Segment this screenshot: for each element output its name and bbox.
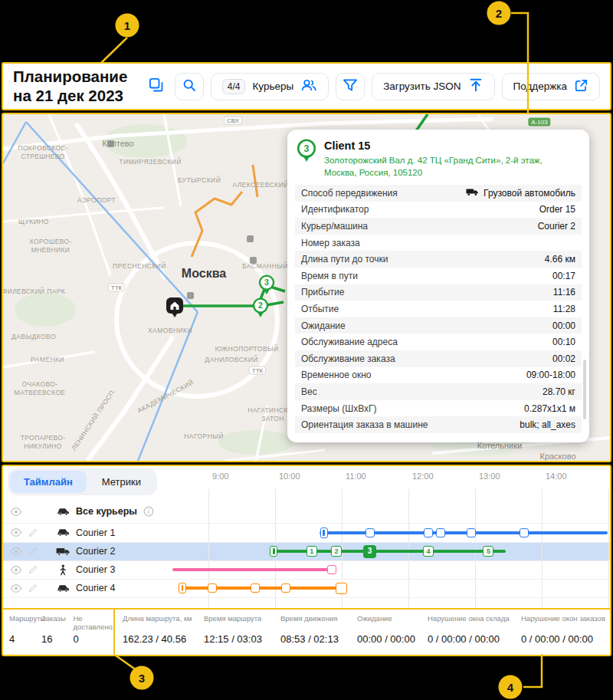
row-separator [3,597,610,598]
popup-row-label: Временное окно [301,370,371,380]
search-button[interactable] [175,73,204,100]
stat-value: 0 / 00:00 / 00:00 [521,633,610,645]
edit-icon[interactable] [28,547,38,556]
stat-value: 00:00 / 00:00 [357,633,428,645]
filter-icon [343,78,358,94]
popup-row-label: Время в пути [301,271,358,281]
stat-9: Нарушение окон заказов0 / 00:00 / 00:00 [521,614,610,655]
stat-label: Время маршрута [204,614,280,632]
visibility-toggle-icon[interactable] [10,584,22,593]
stats-bar: Маршруты4Заказы16Не доставлено0 Длина ма… [3,608,610,655]
edit-icon[interactable] [28,583,38,593]
visibility-toggle-icon[interactable] [10,547,22,556]
visibility-toggle-icon[interactable] [10,566,22,574]
route-stop-2[interactable]: 2 [331,546,342,557]
route-stop-marker[interactable] [327,565,336,574]
couriers-count-badge: 4/4 [222,79,246,94]
popup-row: Обслуживание заказа00:02 [295,350,582,367]
courier-name: Все курьеры [76,506,137,517]
popup-row-value: Courier 2 [538,221,575,232]
support-button[interactable]: Поддержка [502,73,600,100]
timeline-row-courier-3[interactable]: Courier 3 [3,560,195,579]
timeline-panel: ТаймлайнМетрики 9:0010:0011:0012:0013:00… [2,465,611,656]
copy-plan-button[interactable] [145,73,168,100]
popup-scrollbar[interactable] [583,360,586,419]
svg-text:3: 3 [264,278,269,287]
stat-label: Не доставлено [73,614,113,632]
edit-icon[interactable] [28,565,38,574]
popup-row: Номер заказа [295,235,582,251]
popup-row-value: Грузовой автомобиль [466,188,575,199]
couriers-label: Курьеры [252,81,293,92]
tab-timeline[interactable]: Таймлайн [10,471,87,493]
stat-2: Заказы16 [41,614,71,655]
route-stop-marker[interactable] [208,583,217,593]
route-stop-marker[interactable] [520,528,529,537]
users-icon [300,78,317,94]
stat-label: Длина маршрута, км [123,614,204,632]
route-stop-marker[interactable] [251,583,260,593]
route-bar [172,568,328,571]
route-stop-marker[interactable] [467,528,476,537]
route-stop-marker[interactable] [436,528,445,537]
popup-row-label: Обслуживание адреса [301,337,398,347]
route-stop-5[interactable]: 5 [483,546,493,557]
popup-details-table: Способ передвиженияГрузовой автомобильИд… [295,185,582,433]
popup-row-value: 11:16 [553,287,575,297]
route-stop-3-active[interactable]: 3 [363,545,376,558]
stat-8: Нарушение окна склада0 / 00:00 / 00:00 [428,614,521,655]
map-stop-marker-2[interactable]: 2 [252,297,269,321]
popup-row-label: Способ передвижения [301,188,398,199]
couriers-button[interactable]: 4/4 Курьеры [211,73,329,100]
load-json-button[interactable]: Загрузить JSON [372,73,494,100]
popup-row: Размеры (ШхВхГ)0.287х1х1 м [295,400,582,417]
popup-row: Время в пути00:17 [295,268,582,284]
filter-button[interactable] [336,73,365,100]
visibility-toggle-icon[interactable] [10,508,22,516]
route-stop-1[interactable]: 1 [306,546,317,557]
popup-row: Курьер/машинаCourier 2 [295,218,582,235]
timeline-row-courier-2[interactable]: Courier 2 [3,542,195,560]
popup-row-label: Прибытие [301,287,344,297]
route-bar [320,531,608,534]
route-start-marker[interactable] [270,546,277,557]
route-stop-marker[interactable] [366,528,375,537]
map[interactable]: ПОКРОВСКОЕ-СТРЕШНЕВОКоптевоТИМИРЯЗЕВСКИЙ… [2,113,611,462]
straight-route-lines [3,122,198,461]
edit-icon[interactable] [28,528,38,537]
time-label: 11:00 [346,472,366,481]
svg-text:3: 3 [304,143,310,154]
timeline-row-courier-4[interactable]: Courier 4 [3,579,195,597]
route-stop-4[interactable]: 4 [423,546,434,557]
courier-name: Courier 2 [76,546,115,557]
popup-row-label: Длина пути до точки [301,254,388,265]
timeline-row-courier-1[interactable]: Courier 1 [3,523,195,542]
popup-row-label: Размеры (ШхВхГ) [301,403,377,414]
route-stop-marker[interactable] [281,583,290,593]
tab-metrics[interactable]: Метрики [88,471,155,493]
stat-value: 12:15 / 03:03 [204,633,280,645]
route-stop-marker[interactable] [336,583,347,594]
stat-3: Не доставлено0 [73,614,113,655]
visibility-toggle-icon[interactable] [10,528,22,537]
route-stop-marker[interactable] [424,528,433,537]
grid-line [475,489,476,608]
car-icon [55,507,70,517]
stat-label: Ожидание [357,614,428,632]
stat-4: Длина маршрута, км162.23 / 40.56 [123,614,204,655]
route-bar [270,550,506,553]
svg-text:2: 2 [258,301,263,310]
stats-right: Длина маршрута, км162.23 / 40.56Время ма… [115,610,610,655]
info-icon[interactable] [143,506,154,517]
search-icon [182,77,197,95]
popup-row-label: Вес [301,386,317,397]
stat-value: 08:53 / 02:13 [280,633,357,645]
top-black-bar [0,0,613,62]
popup-row-label: Номер заказа [301,238,360,248]
stats-left: Маршруты4Заказы16Не доставлено0 [3,610,115,655]
map-stop-marker-3[interactable]: 3 [258,274,275,298]
route-start-marker[interactable] [320,527,328,538]
car-icon [55,527,70,537]
depot-marker[interactable] [166,297,183,321]
timeline-row-all-couriers[interactable]: Все курьеры [3,500,195,523]
